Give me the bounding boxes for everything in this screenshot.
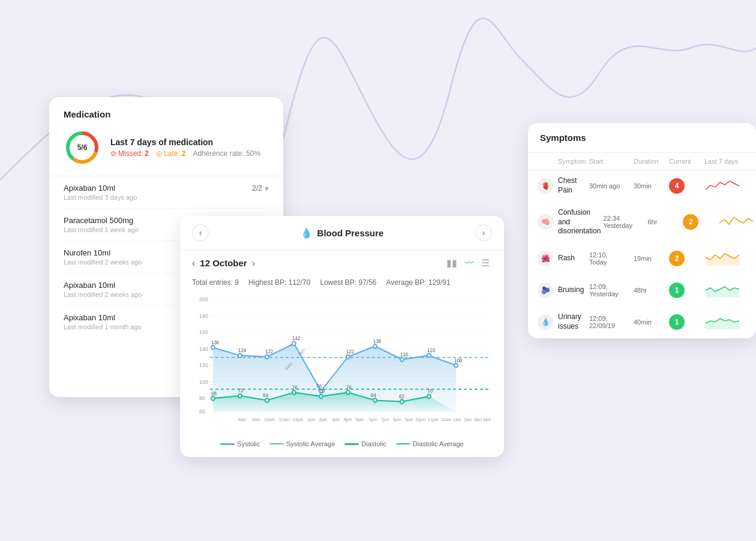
date-next-button[interactable]: › — [252, 258, 255, 269]
symptom-icon: 🌺 — [538, 251, 553, 266]
medication-summary-title: Last 7 days of medication — [110, 137, 260, 147]
bp-date-row: ‹ 12 October › ▮▮ 〰 ☰ — [180, 250, 504, 276]
svg-text:3pm: 3pm — [332, 416, 340, 422]
svg-text:76: 76 — [292, 384, 298, 390]
svg-text:100: 100 — [199, 378, 208, 386]
symptom-icon: 🫀 — [538, 178, 553, 194]
symptom-icon: 💧 — [538, 314, 553, 330]
svg-text:2am: 2am — [464, 416, 472, 422]
symptom-name: Bruising — [558, 285, 587, 295]
symptom-start: 12:09, 22/09/19 — [589, 315, 631, 329]
symptom-name: Chest Pain — [558, 176, 587, 195]
bp-date: 12 October — [200, 258, 247, 268]
med-list-item: Apixaban 10ml Last modified 3 days ago 2… — [64, 176, 269, 209]
svg-point-39 — [346, 390, 350, 395]
symptom-duration: 6hr — [647, 218, 680, 226]
medication-info: Last 7 days of medication ⊘ Missed: 2 ◎ … — [110, 137, 260, 158]
svg-point-38 — [319, 395, 323, 399]
col-duration: Duration — [634, 158, 667, 165]
symptom-sparkline — [704, 281, 746, 300]
line-view-button[interactable]: 〰 — [462, 256, 476, 270]
svg-point-29 — [346, 355, 350, 359]
symptom-duration: 48hr — [634, 287, 667, 294]
bp-chart: 200 180 160 140 120 100 80 60 — [192, 291, 492, 423]
svg-text:8am: 8am — [238, 416, 247, 422]
col-current: Current — [669, 158, 702, 165]
symptom-row: 🌺 Rash 12:10, Today 19min 2 — [528, 243, 756, 275]
donut-label: 5/6 — [77, 143, 88, 152]
adherence-stat: Adherence rate: 50% — [193, 149, 260, 158]
svg-point-33 — [454, 363, 458, 368]
symptom-sparkline — [704, 249, 746, 268]
medication-summary: 5/6 Last 7 days of medication ⊘ Missed: … — [49, 119, 283, 176]
svg-text:160: 160 — [199, 329, 208, 336]
svg-text:4pm: 4pm — [344, 416, 352, 422]
svg-point-42 — [427, 395, 431, 399]
bp-header: ‹ 💧 Blood Pressure › — [180, 216, 504, 250]
svg-text:11pm: 11pm — [428, 416, 438, 422]
svg-text:76: 76 — [346, 384, 352, 390]
blood-pressure-card: ‹ 💧 Blood Pressure › ‹ 12 October › ▮▮ 〰… — [180, 216, 504, 457]
svg-point-26 — [265, 355, 269, 359]
svg-text:12pm: 12pm — [293, 416, 303, 422]
symptom-row: 🫀 Chest Pain 30min ago 30min 4 — [528, 170, 756, 202]
svg-point-24 — [211, 345, 215, 350]
bp-next-button[interactable]: › — [475, 224, 492, 241]
symptom-badge: 2 — [669, 251, 685, 266]
col-symptom: Symptom — [558, 158, 587, 165]
svg-marker-86 — [706, 287, 739, 297]
svg-text:10am: 10am — [264, 416, 274, 422]
list-view-button[interactable]: ☰ — [479, 256, 492, 270]
svg-point-31 — [400, 357, 404, 362]
bp-average: Average BP: 129/91 — [386, 278, 451, 287]
symptom-duration: 40min — [634, 318, 667, 326]
symptom-icon: 🧠 — [538, 214, 553, 230]
symptom-badge: 1 — [669, 314, 685, 330]
svg-text:200: 200 — [199, 296, 208, 303]
medication-title: Medication — [49, 97, 283, 119]
chart-legend: Systolic Systolic Average Diastolic Dias… — [180, 435, 504, 447]
svg-text:180: 180 — [199, 312, 208, 320]
bp-prev-button[interactable]: ‹ — [192, 224, 209, 241]
svg-point-40 — [373, 398, 377, 402]
late-icon: ◎ — [156, 149, 162, 158]
bp-highest: Highest BP: 112/70 — [248, 278, 310, 287]
svg-text:60: 60 — [199, 408, 205, 415]
symptom-row: 💧 Urinary issues 12:09, 22/09/19 40min 1 — [528, 306, 756, 338]
symptom-badge: 1 — [669, 282, 685, 298]
svg-text:142: 142 — [292, 335, 301, 341]
svg-text:6pm: 6pm — [369, 416, 377, 422]
svg-point-25 — [238, 353, 242, 357]
svg-text:64: 64 — [263, 392, 268, 398]
svg-text:122: 122 — [346, 348, 355, 354]
svg-text:8pm: 8pm — [393, 416, 401, 422]
svg-point-30 — [373, 344, 377, 348]
symptoms-title: Symptoms — [528, 123, 756, 153]
bar-view-button[interactable]: ▮▮ — [444, 256, 460, 270]
symptom-start: 30min ago — [589, 182, 631, 190]
bp-total: Total entries: 9 — [192, 278, 239, 287]
view-toggle: ▮▮ 〰 ☰ — [444, 256, 492, 270]
svg-point-36 — [265, 398, 269, 402]
symptom-duration: 19min — [634, 255, 667, 262]
missed-stat: ⊘ Missed: 2 — [110, 149, 149, 158]
svg-text:138: 138 — [373, 338, 382, 344]
symptom-badge: 2 — [683, 214, 698, 230]
bp-lowest: Lowest BP: 97/56 — [320, 278, 376, 287]
svg-text:1am: 1am — [453, 416, 461, 422]
legend-diastolic-avg: Diastolic Average — [396, 440, 464, 447]
legend-systolic: Systolic — [220, 440, 260, 447]
svg-text:70: 70 — [427, 388, 433, 394]
col-start: Start — [589, 158, 631, 165]
date-prev-button[interactable]: ‹ — [192, 258, 195, 269]
symptom-sparkline — [718, 212, 756, 232]
svg-text:2pm: 2pm — [319, 416, 328, 422]
svg-text:122: 122 — [265, 348, 274, 354]
symptom-duration: 30min — [634, 182, 667, 190]
svg-text:116: 116 — [400, 351, 409, 357]
symptom-row: 🫐 Bruising 12:09, Yesterday 48hr 1 — [528, 275, 756, 306]
symptom-start: 12:10, Today — [589, 251, 631, 266]
symptom-name: Urinary issues — [558, 312, 587, 331]
svg-text:68: 68 — [211, 390, 217, 396]
svg-text:3am: 3am — [474, 416, 482, 422]
